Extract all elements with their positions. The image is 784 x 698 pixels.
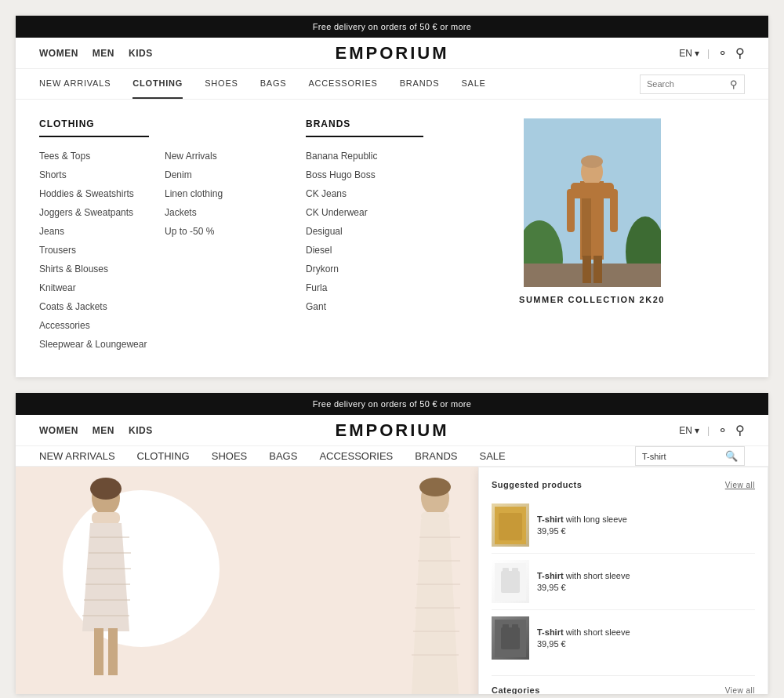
nav2-item-sale[interactable]: SALE — [479, 450, 505, 462]
list-item[interactable]: Jackets — [165, 203, 290, 222]
list-item[interactable]: Coats & Jackets — [39, 297, 149, 316]
account-icon-2[interactable]: ⚬ — [717, 423, 728, 438]
list-item[interactable]: CK Jeans — [306, 184, 423, 203]
account-icon[interactable]: ⚬ — [717, 45, 728, 60]
search-dropdown: Suggested products View all T-shirt with… — [478, 467, 768, 694]
view-all-products[interactable]: View all — [725, 481, 755, 489]
nav2-men[interactable]: MEN — [93, 425, 114, 436]
nav2-item-brands[interactable]: BRANDS — [415, 450, 457, 462]
list-item[interactable]: Hoddies & Sweatshirts — [39, 184, 149, 203]
svg-point-24 — [90, 478, 122, 500]
collection-image-col: SUMMER COLLECTION 2K20 — [439, 118, 745, 354]
nav-item-bags[interactable]: BAGS — [260, 69, 287, 99]
announcement-text-2: Free delivery on orders of 50 € or more — [313, 399, 471, 409]
svg-rect-23 — [108, 628, 118, 675]
announcement-bar: Free delivery on orders of 50 € or more — [16, 16, 768, 38]
list-item[interactable]: New Arrivals — [165, 147, 290, 165]
panel-search: Free delivery on orders of 50 € or more … — [16, 393, 768, 694]
clothing-list: Tees & Tops Shorts Hoddies & Sweatshirts… — [39, 147, 149, 354]
nav2-item-shoes[interactable]: SHOES — [212, 450, 248, 462]
search-input-active[interactable] — [642, 452, 720, 461]
nav-item-accessories[interactable]: ACCESSORIES — [308, 69, 377, 99]
nav2-item-accessories[interactable]: ACCESSORIES — [319, 450, 393, 462]
product-item-1[interactable]: T-shirt with long sleeve 39,95 € — [492, 497, 755, 554]
site-logo-2[interactable]: EMPORIUM — [336, 420, 449, 441]
list-item[interactable]: Denim — [165, 165, 290, 184]
nav-kids[interactable]: KIDS — [129, 48, 153, 59]
header-2: WOMEN MEN KIDS EMPORIUM EN ▾ | ⚬ ⚲ — [16, 415, 768, 446]
view-all-categories[interactable]: View all — [725, 686, 755, 695]
svg-rect-44 — [512, 624, 518, 629]
svg-rect-42 — [501, 627, 520, 649]
cart-icon[interactable]: ⚲ — [735, 45, 745, 60]
product-item-3[interactable]: T-shirt with short sleeve 39,95 € — [492, 610, 755, 666]
search-icon[interactable]: ⚲ — [730, 78, 738, 90]
list-item[interactable]: Jeans — [39, 222, 149, 241]
product-image-1 — [495, 507, 526, 544]
svg-rect-9 — [567, 189, 575, 232]
list-item[interactable]: Diesel — [306, 241, 423, 260]
product-name-suffix-1: with long sleeve — [564, 514, 627, 524]
product-name-2: T-shirt with short sleeve — [537, 571, 630, 580]
svg-point-34 — [419, 478, 451, 496]
nav-item-new-arrivals[interactable]: NEW ARRIVALS — [39, 69, 111, 99]
list-item[interactable]: Sleepwear & Loungewear — [39, 335, 149, 354]
list-item[interactable]: Drykorn — [306, 260, 423, 278]
list-item[interactable]: CK Underwear — [306, 203, 423, 222]
language-selector-2[interactable]: EN ▾ — [679, 425, 699, 436]
nav-item-sale[interactable]: SALE — [461, 69, 485, 99]
svg-marker-15 — [82, 523, 129, 631]
product-name-1: T-shirt with long sleeve — [537, 514, 627, 524]
search-input[interactable] — [647, 79, 725, 89]
product-image-2 — [495, 563, 526, 601]
hero-right-figure — [392, 474, 478, 694]
list-item[interactable]: Shirts & Blouses — [39, 260, 149, 278]
nav-item-clothing[interactable]: CLOTHING — [132, 69, 183, 99]
nav2-item-new-arrivals[interactable]: NEW ARRIVALS — [39, 450, 115, 462]
list-item[interactable]: Up to -50 % — [165, 222, 290, 241]
product-item-2[interactable]: T-shirt with short sleeve 39,95 € — [492, 554, 755, 610]
product-info-2: T-shirt with short sleeve 39,95 € — [537, 571, 630, 592]
svg-rect-40 — [512, 568, 518, 573]
nav-women[interactable]: WOMEN — [39, 48, 78, 59]
list-item[interactable]: Furla — [306, 278, 423, 297]
list-item[interactable]: Accessories — [39, 316, 149, 335]
nav-men[interactable]: MEN — [93, 48, 114, 59]
nav-item-brands[interactable]: BRANDS — [400, 69, 440, 99]
list-item[interactable]: Knitwear — [39, 278, 149, 297]
lang-arrow-icon-2: ▾ — [695, 425, 699, 436]
collection-image[interactable] — [524, 118, 661, 287]
nav2-item-bags[interactable]: BAGS — [269, 450, 297, 462]
svg-rect-10 — [610, 189, 618, 232]
nav2-item-clothing[interactable]: CLOTHING — [137, 450, 190, 462]
list-item[interactable]: Desigual — [306, 222, 423, 241]
brands-list: Banana Republic Boss Hugo Boss CK Jeans … — [306, 147, 423, 316]
product-name-bold-1: T-shirt — [537, 514, 564, 524]
list-item[interactable]: Joggers & Sweatpants — [39, 203, 149, 222]
nav2-women[interactable]: WOMEN — [39, 425, 78, 436]
list-item[interactable]: Linen clothing — [165, 184, 290, 203]
list-item[interactable]: Gant — [306, 297, 423, 316]
language-selector[interactable]: EN ▾ — [679, 48, 699, 59]
announcement-text: Free delivery on orders of 50 € or more — [313, 22, 471, 31]
product-info-3: T-shirt with short sleeve 39,95 € — [537, 627, 630, 649]
svg-rect-43 — [503, 624, 509, 629]
list-item[interactable]: Boss Hugo Boss — [306, 165, 423, 184]
lang-arrow-icon: ▾ — [695, 48, 699, 59]
cart-icon-2[interactable]: ⚲ — [735, 423, 745, 438]
divider-2: | — [707, 425, 710, 436]
list-item[interactable]: Banana Republic — [306, 147, 423, 165]
mega-col-brands: BRANDS Banana Republic Boss Hugo Boss CK… — [306, 118, 439, 354]
search-bar-active: 🔍 — [635, 446, 745, 466]
list-item[interactable]: Shorts — [39, 165, 149, 184]
list-item[interactable]: Trousers — [39, 241, 149, 260]
site-logo[interactable]: EMPORIUM — [336, 43, 449, 64]
search-icon-2[interactable]: 🔍 — [725, 450, 738, 462]
nav2-kids[interactable]: KIDS — [129, 425, 153, 436]
svg-rect-39 — [503, 568, 509, 573]
nav-item-shoes[interactable]: SHOES — [205, 69, 238, 99]
svg-rect-36 — [499, 513, 522, 540]
list-item[interactable]: Tees & Tops — [39, 147, 149, 165]
product-price-3: 39,95 € — [537, 639, 630, 649]
suggested-products-title: Suggested products — [492, 480, 582, 489]
